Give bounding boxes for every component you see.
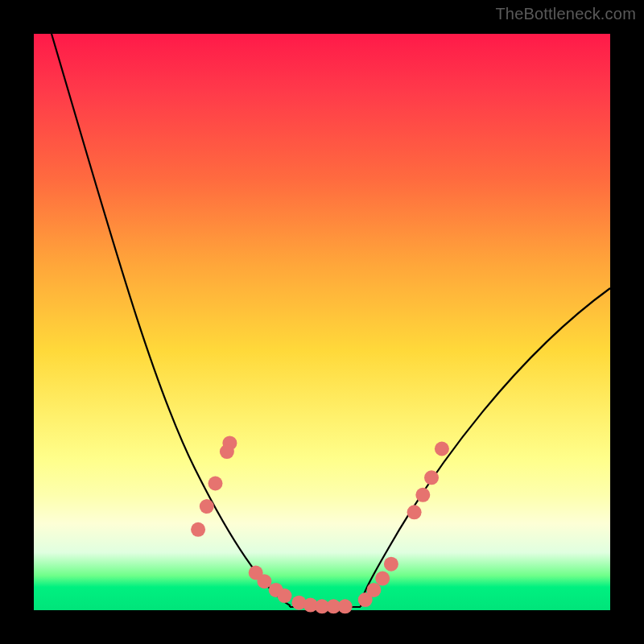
watermark-text: TheBottleneck.com — [495, 5, 636, 23]
data-dot — [338, 599, 353, 613]
data-dot — [366, 583, 381, 597]
data-dot — [415, 488, 430, 502]
data-dot — [424, 470, 439, 485]
curve-layer — [34, 34, 610, 610]
dot-group — [191, 436, 449, 613]
data-dot — [375, 572, 390, 586]
data-dot — [278, 588, 292, 603]
data-dot — [384, 557, 398, 572]
data-dot — [220, 444, 234, 459]
data-dot — [191, 522, 205, 537]
data-dot — [257, 574, 271, 588]
right-curve — [361, 288, 610, 607]
data-dot — [407, 505, 422, 519]
left-curve — [52, 34, 290, 607]
data-dot — [200, 499, 214, 514]
data-dot — [435, 442, 449, 456]
chart-frame: TheBottleneck.com — [0, 0, 644, 644]
plot-area — [34, 34, 610, 610]
data-dot — [208, 477, 223, 491]
